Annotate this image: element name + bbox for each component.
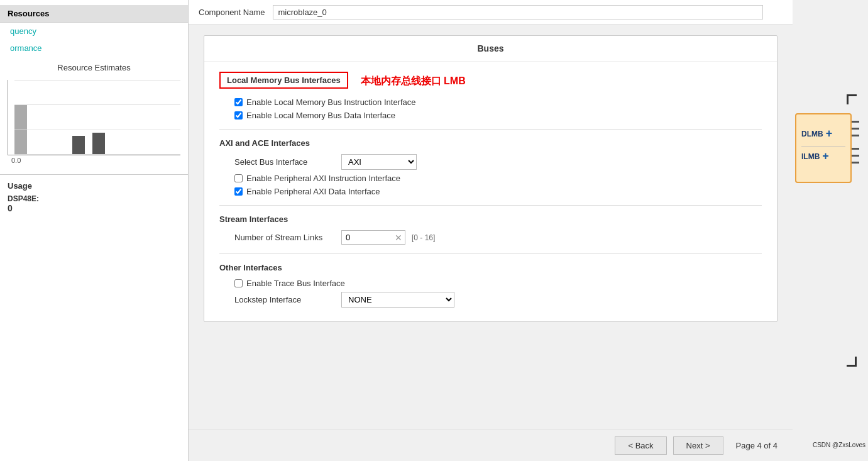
next-button[interactable]: Next > — [673, 436, 723, 455]
deco-line-1 — [852, 121, 859, 123]
stream-section-title: Stream Interfaces — [219, 214, 762, 224]
deco-dlmb-label: DLMB + — [801, 127, 845, 140]
grid-line — [14, 130, 180, 130]
grid-line — [14, 80, 180, 81]
chart-bar-2 — [72, 136, 85, 155]
trace-bus-checkbox-row[interactable]: Enable Trace Bus Interface — [234, 279, 762, 288]
corner-bracket-tl — [847, 94, 857, 104]
bus-interface-row: Select Bus Interface AXI AXI4 AXI4-Lite — [234, 154, 762, 170]
chart-bar-3 — [92, 133, 105, 155]
buses-panel: Buses Local Memory Bus Interfaces 本地内存总线… — [204, 35, 777, 322]
axi-instruction-checkbox-row[interactable]: Enable Peripheral AXI Instruction Interf… — [234, 174, 762, 183]
deco-line-2 — [852, 128, 859, 130]
deco-ilmb-label: ILMB + — [801, 150, 845, 163]
lmb-data-checkbox-row[interactable]: Enable Local Memory Bus Data Interface — [234, 111, 762, 120]
ilmb-plus-icon[interactable]: + — [822, 150, 829, 163]
lmb-instruction-label: Enable Local Memory Bus Instruction Inte… — [246, 97, 416, 107]
axi-data-checkbox[interactable] — [234, 187, 243, 196]
usage-dsp: DSP48E: 0 — [8, 194, 180, 213]
usage-section: Usage DSP48E: 0 — [0, 174, 188, 219]
chart-zero-label: 0.0 — [8, 155, 180, 164]
sidebar-item-performance[interactable]: ormance — [0, 40, 188, 57]
page-indicator: Page 4 of 4 — [736, 441, 778, 450]
dsp-value: 0 — [8, 203, 13, 213]
deco-panel: DLMB + ILMB + CSDN @ZxsLoves — [793, 0, 868, 461]
lmb-header-row: Local Memory Bus Interfaces 本地内存总线接口 LMB — [219, 72, 762, 91]
bus-interface-select[interactable]: AXI AXI4 AXI4-Lite — [341, 154, 417, 170]
bus-interface-label: Select Bus Interface — [234, 157, 335, 167]
main-content: Buses Local Memory Bus Interfaces 本地内存总线… — [189, 25, 793, 430]
sidebar-header: Resources — [0, 5, 188, 23]
buses-title: Buses — [204, 36, 777, 62]
dlmb-text: DLMB — [801, 130, 823, 138]
divider-2 — [219, 205, 762, 206]
lmb-data-checkbox[interactable] — [234, 111, 243, 119]
lmb-annotation: 本地内存总线接口 LMB — [361, 75, 466, 88]
deco-line-5 — [852, 155, 859, 157]
divider-1 — [219, 129, 762, 130]
usage-title: Usage — [8, 181, 180, 191]
dlmb-plus-icon[interactable]: + — [826, 127, 833, 140]
axi-instruction-label: Enable Peripheral AXI Instruction Interf… — [246, 174, 400, 183]
bottom-bar: < Back Next > Page 4 of 4 — [189, 430, 793, 461]
deco-line-6 — [852, 162, 859, 164]
lockstep-select[interactable]: NONE MASTER SLAVE — [341, 292, 454, 308]
stream-clear-button[interactable]: ✕ — [392, 231, 405, 244]
ilmb-text: ILMB — [801, 152, 820, 161]
axi-data-checkbox-row[interactable]: Enable Peripheral AXI Data Interface — [234, 187, 762, 196]
lmb-data-label: Enable Local Memory Bus Data Interface — [246, 111, 395, 120]
lmb-section-header: Local Memory Bus Interfaces — [219, 72, 348, 89]
stream-links-input[interactable] — [342, 231, 392, 244]
corner-bracket-br — [847, 357, 857, 367]
right-panel: Component Name Buses Local Memory Bus In… — [189, 0, 793, 461]
axi-data-label: Enable Peripheral AXI Data Interface — [246, 187, 380, 196]
stream-range: [0 - 16] — [412, 233, 435, 242]
component-name-label: Component Name — [199, 8, 265, 17]
grid-line — [14, 104, 180, 105]
dsp-label: DSP48E: — [8, 194, 39, 203]
divider-3 — [219, 253, 762, 254]
deco-line-4 — [852, 148, 859, 150]
buses-body: Local Memory Bus Interfaces 本地内存总线接口 LMB… — [204, 62, 777, 321]
axi-instruction-checkbox[interactable] — [234, 174, 243, 182]
resource-estimates-title: Resource Estimates — [0, 57, 188, 75]
lmb-instruction-checkbox[interactable] — [234, 98, 243, 106]
lmb-instruction-checkbox-row[interactable]: Enable Local Memory Bus Instruction Inte… — [234, 97, 762, 107]
lockstep-row: Lockstep Interface NONE MASTER SLAVE — [234, 292, 762, 308]
top-bar: Component Name — [189, 0, 793, 25]
chart-area: 0.0 — [0, 75, 188, 169]
stream-input-wrapper: ✕ — [341, 230, 405, 245]
chart-bar-1 — [14, 104, 27, 155]
lockstep-label: Lockstep Interface — [234, 295, 335, 304]
deco-line-3 — [852, 135, 859, 136]
trace-bus-label: Enable Trace Bus Interface — [246, 279, 345, 288]
back-button[interactable]: < Back — [615, 436, 666, 455]
component-name-input[interactable] — [273, 5, 763, 19]
chart-bars — [8, 80, 180, 155]
axi-section-title: AXI and ACE Interfaces — [219, 138, 762, 148]
watermark: CSDN @ZxsLoves — [813, 442, 865, 448]
sidebar-item-frequency[interactable]: quency — [0, 23, 188, 40]
deco-box: DLMB + ILMB + — [795, 113, 852, 183]
trace-bus-checkbox[interactable] — [234, 279, 243, 287]
other-section-title: Other Interfaces — [219, 263, 762, 272]
sidebar: Resources quency ormance Resource Estima… — [0, 0, 189, 461]
stream-links-row: Number of Stream Links ✕ [0 - 16] — [234, 230, 762, 245]
stream-links-label: Number of Stream Links — [234, 233, 335, 242]
